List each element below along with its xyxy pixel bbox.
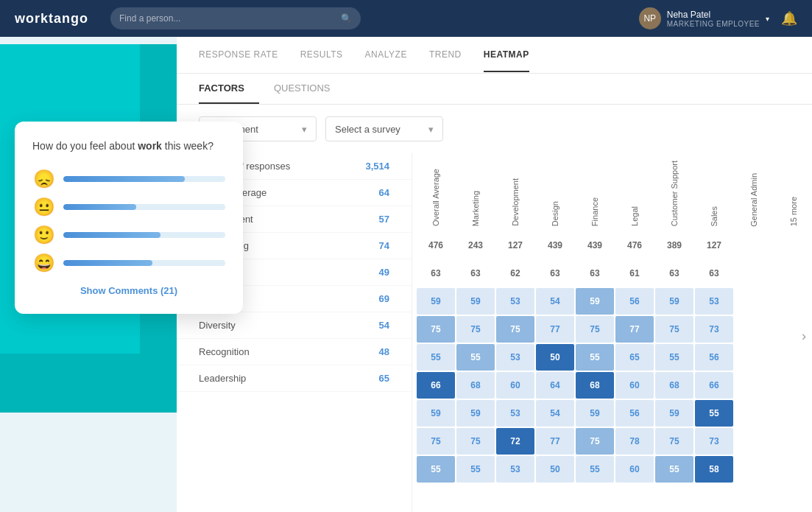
- heatmap-cell: 68: [655, 372, 693, 399]
- table-row: 55 55 53 50 55 60 55 58: [417, 456, 812, 483]
- heatmap-cell: 77: [615, 316, 654, 343]
- emoji-happy: 🙂: [32, 225, 56, 245]
- factor-value: 49: [379, 267, 389, 278]
- heatmap-cell: 72: [496, 428, 534, 455]
- heatmap-cell: 65: [615, 344, 654, 371]
- heatmap-cell: 54: [536, 400, 574, 427]
- factor-row: Recognition 48: [177, 339, 412, 365]
- heatmap-cell: 59: [456, 288, 495, 315]
- heatmap-cell: [774, 316, 812, 343]
- heatmap-cell: 439: [576, 232, 614, 259]
- heatmap-cell: 60: [615, 372, 654, 399]
- heatmap-cell: 476: [615, 232, 654, 259]
- heatmap-cell: 62: [496, 260, 534, 287]
- bar-track-2: [63, 204, 225, 210]
- nav-heatmap[interactable]: HEATMAP: [484, 38, 529, 72]
- col-header: Sales: [695, 155, 733, 231]
- heatmap-cell: 389: [655, 232, 693, 259]
- tab-questions[interactable]: QUESTIONS: [274, 74, 345, 104]
- chevron-down-icon: ▾: [302, 124, 307, 135]
- emoji-row-4: 😄: [32, 253, 225, 273]
- heatmap-cell: 55: [695, 400, 733, 427]
- heatmap-cell: 53: [496, 344, 534, 371]
- col-header-text: Development: [511, 175, 520, 226]
- heatmap-cell: 55: [456, 344, 495, 371]
- search-bar[interactable]: Find a person... 🔍: [110, 7, 361, 29]
- heatmap-cell: 243: [456, 232, 495, 259]
- heatmap-cell: 66: [417, 372, 455, 399]
- filters-row: Department ▾ Select a survey ▾: [177, 105, 812, 153]
- heatmap-cell: 75: [576, 316, 614, 343]
- emoji-row-2: 😐: [32, 197, 225, 217]
- heatmap-cell: [774, 456, 812, 483]
- bell-icon[interactable]: 🔔: [781, 10, 797, 27]
- survey-dropdown[interactable]: Select a survey ▾: [325, 116, 443, 141]
- heatmap-cell: 73: [695, 316, 733, 343]
- heatmap-cell: 59: [456, 400, 495, 427]
- factor-value: 3,514: [365, 161, 389, 172]
- heatmap-cell: 50: [536, 456, 574, 483]
- chevron-down-icon: ▾: [766, 15, 769, 23]
- heatmap-cell: [774, 428, 812, 455]
- heatmap-cell: 63: [655, 260, 693, 287]
- heatmap-cell: 50: [536, 344, 574, 371]
- col-header-text: Finance: [590, 194, 599, 226]
- heatmap-cell: 439: [536, 232, 574, 259]
- user-info[interactable]: NP Neha Patel MARKETING EMPLOYEE ▾: [639, 7, 769, 29]
- main-container: RESPONSE RATE RESULTS ANALYZE TREND HEAT…: [177, 37, 812, 512]
- heatmap-cell: [735, 456, 773, 483]
- col-header: Design: [536, 155, 574, 231]
- heatmap-cell: 64: [536, 372, 574, 399]
- factor-name: Recognition: [199, 346, 250, 357]
- factor-row: Leadership 65: [177, 365, 412, 392]
- col-header-text: Overall Average: [431, 166, 440, 226]
- heatmap-cell: [735, 372, 773, 399]
- user-role: MARKETING EMPLOYEE: [667, 20, 760, 28]
- tab-factors[interactable]: FACTORS: [199, 74, 259, 104]
- content-area: Number of responses 3,514 Overall Averag…: [177, 153, 812, 512]
- heatmap-cell: 63: [456, 260, 495, 287]
- col-header-text: Customer Support: [670, 158, 679, 226]
- nav-response-rate[interactable]: RESPONSE RATE: [199, 38, 278, 72]
- heatmap-cell: 59: [655, 400, 693, 427]
- heatmap-cell: [735, 400, 773, 427]
- table-row: 63 63 62 63 63 61 63 63: [417, 260, 812, 287]
- heatmap-cell: 58: [695, 456, 733, 483]
- table-row: 55 55 53 50 55 65 55 56: [417, 344, 812, 371]
- heatmap-cell: 59: [417, 400, 455, 427]
- col-header: Customer Support: [655, 155, 693, 231]
- emoji-sad: 😞: [32, 169, 56, 189]
- emoji-row-3: 🙂: [32, 225, 225, 245]
- heatmap-cell: 56: [615, 400, 654, 427]
- heatmap-cell: 63: [576, 260, 614, 287]
- col-header-text: Design: [551, 198, 559, 226]
- heatmap-cell: 59: [576, 288, 614, 315]
- heatmap-cell: 68: [456, 372, 495, 399]
- bar-fill-2: [63, 204, 136, 210]
- heatmap-cell: [774, 288, 812, 315]
- heatmap-cell: 56: [695, 344, 733, 371]
- col-header: Finance: [576, 155, 614, 231]
- heatmap-cell: 59: [576, 400, 614, 427]
- col-header: General Admin: [735, 155, 773, 231]
- heatmap-cell: [774, 372, 812, 399]
- heatmap-cell: 63: [536, 260, 574, 287]
- table-row: 75 75 72 77 75 78 75 73: [417, 428, 812, 455]
- heatmap-cell: 73: [695, 428, 733, 455]
- col-header-text: General Admin: [749, 170, 758, 227]
- next-arrow-button[interactable]: ›: [802, 328, 806, 343]
- heatmap-cell: 75: [456, 428, 495, 455]
- survey-label: Select a survey: [335, 124, 400, 135]
- heatmap-table: Overall Average Marketing Development De…: [415, 153, 812, 484]
- heatmap-cell: 127: [496, 232, 534, 259]
- show-comments-button[interactable]: Show Comments (21): [32, 285, 225, 296]
- factor-value: 48: [379, 346, 389, 357]
- nav-results[interactable]: RESULTS: [300, 38, 343, 72]
- heatmap-cell: 77: [536, 428, 574, 455]
- nav-trend[interactable]: TREND: [429, 38, 462, 72]
- nav-analyze[interactable]: ANALYZE: [365, 38, 407, 72]
- heatmap-cell: 75: [655, 428, 693, 455]
- search-icon: 🔍: [341, 13, 352, 24]
- heatmap-cell: 61: [615, 260, 654, 287]
- bar-track-3: [63, 232, 225, 238]
